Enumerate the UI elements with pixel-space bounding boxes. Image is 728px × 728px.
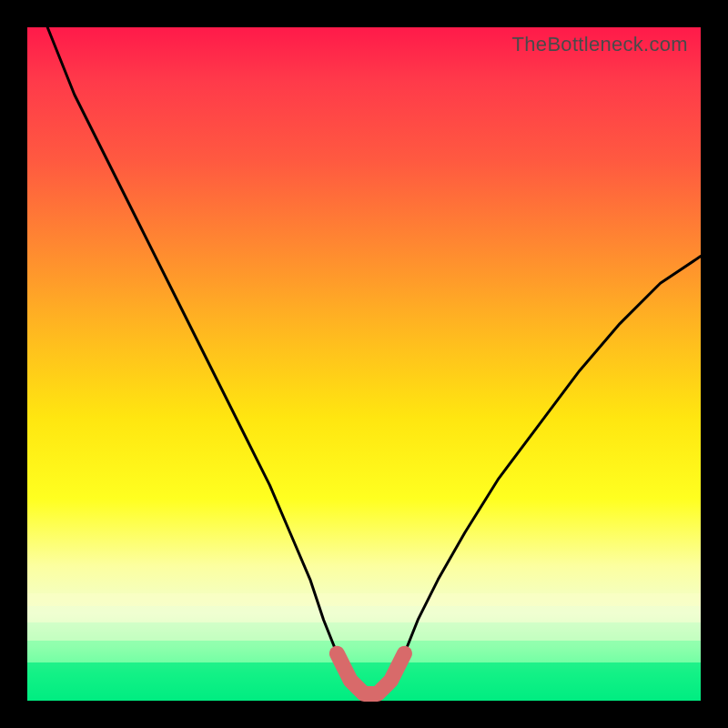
watermark-text: TheBottleneck.com <box>512 33 688 56</box>
curve-overlay <box>27 27 701 701</box>
minimum-highlight <box>337 653 404 693</box>
bottleneck-curve <box>47 27 701 694</box>
chart-frame: TheBottleneck.com <box>0 0 728 728</box>
plot-area: TheBottleneck.com <box>27 27 701 701</box>
